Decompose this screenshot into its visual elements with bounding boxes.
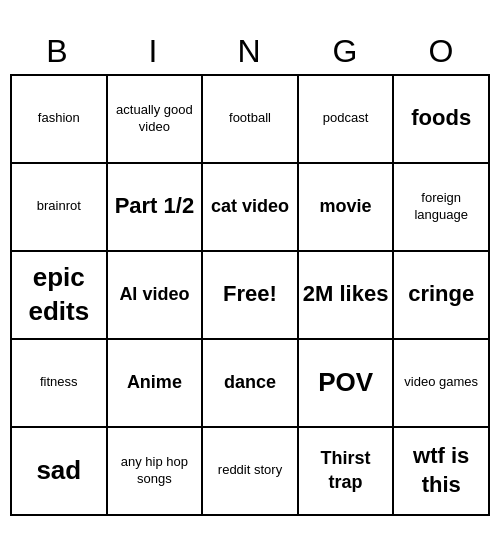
bingo-cell-r0-c0: fashion	[12, 76, 108, 164]
bingo-cell-r1-c1: Part 1/2	[108, 164, 204, 252]
header-letter: I	[106, 29, 202, 74]
bingo-cell-r0-c2: football	[203, 76, 299, 164]
bingo-cell-r4-c4: wtf is this	[394, 428, 490, 516]
header-letter: N	[202, 29, 298, 74]
bingo-cell-r2-c1: AI video	[108, 252, 204, 340]
bingo-cell-r3-c2: dance	[203, 340, 299, 428]
bingo-grid: fashionactually good videofootballpodcas…	[10, 74, 490, 516]
bingo-cell-r1-c2: cat video	[203, 164, 299, 252]
bingo-cell-r4-c3: Thirst trap	[299, 428, 395, 516]
bingo-cell-r2-c3: 2M likes	[299, 252, 395, 340]
bingo-cell-r2-c2: Free!	[203, 252, 299, 340]
bingo-cell-r3-c0: fitness	[12, 340, 108, 428]
bingo-cell-r1-c0: brainrot	[12, 164, 108, 252]
bingo-cell-r3-c1: Anime	[108, 340, 204, 428]
bingo-cell-r4-c0: sad	[12, 428, 108, 516]
bingo-cell-r2-c0: epic edits	[12, 252, 108, 340]
header-letter: B	[10, 29, 106, 74]
bingo-card: BINGO fashionactually good videofootball…	[10, 29, 490, 516]
header-letter: G	[298, 29, 394, 74]
bingo-cell-r0-c3: podcast	[299, 76, 395, 164]
bingo-cell-r1-c3: movie	[299, 164, 395, 252]
bingo-header: BINGO	[10, 29, 490, 74]
bingo-cell-r2-c4: cringe	[394, 252, 490, 340]
bingo-cell-r1-c4: foreign language	[394, 164, 490, 252]
bingo-cell-r0-c1: actually good video	[108, 76, 204, 164]
header-letter: O	[394, 29, 490, 74]
bingo-cell-r4-c2: reddit story	[203, 428, 299, 516]
bingo-cell-r3-c4: video games	[394, 340, 490, 428]
bingo-cell-r4-c1: any hip hop songs	[108, 428, 204, 516]
bingo-cell-r0-c4: foods	[394, 76, 490, 164]
bingo-cell-r3-c3: POV	[299, 340, 395, 428]
